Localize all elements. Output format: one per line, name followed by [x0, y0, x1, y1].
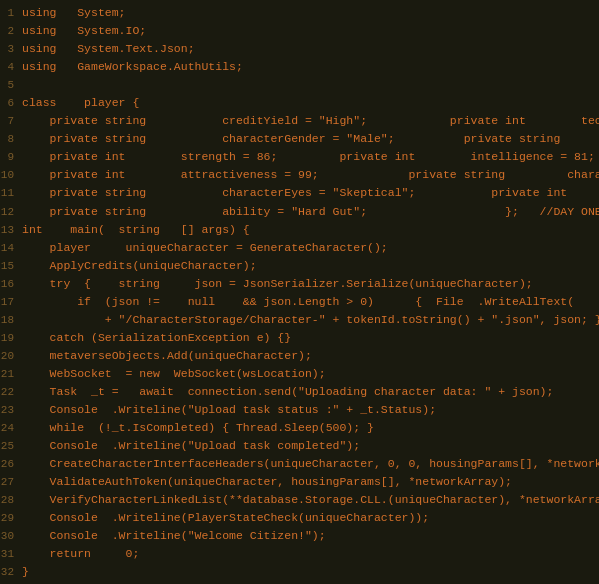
line-content: return 0; [22, 545, 599, 563]
line-content: WebSocket = new WebSocket(wsLocation); [22, 365, 599, 383]
code-line: 12 private string ability = "Hard Gut"; … [0, 203, 599, 221]
line-content: private int strength = 86; private int i… [22, 148, 599, 166]
code-line: 11 private string characterEyes = "Skept… [0, 184, 599, 202]
code-line: 10 private int attractiveness = 99; priv… [0, 166, 599, 184]
code-line: 31 return 0; [0, 545, 599, 563]
line-content: int main( string [] args) { [22, 221, 599, 239]
line-content: VerifyCharacterLinkedList(**database.Sto… [22, 491, 599, 509]
line-content: private string characterEyes = "Skeptica… [22, 184, 599, 202]
code-line: 4using GameWorkspace.AuthUtils; [0, 58, 599, 76]
line-number: 21 [0, 365, 22, 383]
line-content: Console .Writeline("Upload task status :… [22, 401, 599, 419]
line-number: 18 [0, 311, 22, 329]
line-content: private string creditYield = "High"; pri… [22, 112, 599, 130]
line-number: 14 [0, 239, 22, 257]
code-line: 25 Console .Writeline("Upload task compl… [0, 437, 599, 455]
line-content: Console .Writeline("Upload task complete… [22, 437, 599, 455]
line-number: 27 [0, 473, 22, 491]
code-line: 6class player { [0, 94, 599, 112]
line-number: 7 [0, 112, 22, 130]
line-content: try { string json = JsonSerializer.Seria… [22, 275, 599, 293]
line-number: 5 [0, 76, 22, 94]
code-line: 9 private int strength = 86; private int… [0, 148, 599, 166]
code-line: 26 CreateCharacterInterfaceHeaders(uniqu… [0, 455, 599, 473]
code-line: 22 Task _t = await connection.send("Uplo… [0, 383, 599, 401]
code-line: 1using System; [0, 4, 599, 22]
line-content: Console .Writeline("Welcome Citizen!"); [22, 527, 599, 545]
code-line: 19 catch (SerializationException e) {} [0, 329, 599, 347]
line-number: 17 [0, 293, 22, 311]
line-content: CreateCharacterInterfaceHeaders(uniqueCh… [22, 455, 599, 473]
line-content: class player { [22, 94, 599, 112]
line-number: 3 [0, 40, 22, 58]
line-number: 4 [0, 58, 22, 76]
code-line: 30 Console .Writeline("Welcome Citizen!"… [0, 527, 599, 545]
line-number: 2 [0, 22, 22, 40]
line-number: 12 [0, 203, 22, 221]
line-number: 30 [0, 527, 22, 545]
code-line: 7 private string creditYield = "High"; p… [0, 112, 599, 130]
code-line: 20 metaverseObjects.Add(uniqueCharacter)… [0, 347, 599, 365]
line-number: 8 [0, 130, 22, 148]
line-number: 10 [0, 166, 22, 184]
line-number: 25 [0, 437, 22, 455]
code-editor: 1using System;2using System.IO;3using Sy… [0, 0, 599, 584]
line-content: + "/CharacterStorage/Character-" + token… [22, 311, 599, 329]
code-line: 13int main( string [] args) { [0, 221, 599, 239]
line-content: private string ability = "Hard Gut"; }; … [22, 203, 599, 221]
code-line: 27 ValidateAuthToken(uniqueCharacter, ho… [0, 473, 599, 491]
line-number: 1 [0, 4, 22, 22]
line-content: catch (SerializationException e) {} [22, 329, 599, 347]
line-content: player uniqueCharacter = GenerateCharact… [22, 239, 599, 257]
line-number: 19 [0, 329, 22, 347]
line-content: Task _t = await connection.send("Uploadi… [22, 383, 599, 401]
line-number: 24 [0, 419, 22, 437]
code-line: 3using System.Text.Json; [0, 40, 599, 58]
line-number: 6 [0, 94, 22, 112]
line-content: ValidateAuthToken(uniqueCharacter, housi… [22, 473, 599, 491]
line-content: } [22, 563, 599, 581]
line-content: while (!_t.IsCompleted) { Thread.Sleep(5… [22, 419, 599, 437]
code-line: 23 Console .Writeline("Upload task statu… [0, 401, 599, 419]
line-content: using GameWorkspace.AuthUtils; [22, 58, 599, 76]
code-line: 15 ApplyCredits(uniqueCharacter); [0, 257, 599, 275]
code-line: 16 try { string json = JsonSerializer.Se… [0, 275, 599, 293]
line-number: 13 [0, 221, 22, 239]
code-line: 17 if (json != null && json.Length > 0) … [0, 293, 599, 311]
line-number: 22 [0, 383, 22, 401]
line-content: using System.IO; [22, 22, 599, 40]
code-line: 21 WebSocket = new WebSocket(wsLocation)… [0, 365, 599, 383]
line-number: 31 [0, 545, 22, 563]
line-content: private string characterGender = "Male";… [22, 130, 599, 148]
line-content: private int attractiveness = 99; private… [22, 166, 599, 184]
line-number: 29 [0, 509, 22, 527]
line-content: ApplyCredits(uniqueCharacter); [22, 257, 599, 275]
line-number: 9 [0, 148, 22, 166]
code-line: 18 + "/CharacterStorage/Character-" + to… [0, 311, 599, 329]
line-number: 26 [0, 455, 22, 473]
code-line: 14 player uniqueCharacter = GenerateChar… [0, 239, 599, 257]
code-line: 24 while (!_t.IsCompleted) { Thread.Slee… [0, 419, 599, 437]
line-content: using System; [22, 4, 599, 22]
code-line: 28 VerifyCharacterLinkedList(**database.… [0, 491, 599, 509]
line-number: 11 [0, 184, 22, 202]
line-content: if (json != null && json.Length > 0) { F… [22, 293, 599, 311]
code-line: 2using System.IO; [0, 22, 599, 40]
line-number: 28 [0, 491, 22, 509]
line-number: 20 [0, 347, 22, 365]
line-content: Console .Writeline(PlayerStateCheck(uniq… [22, 509, 599, 527]
line-content: using System.Text.Json; [22, 40, 599, 58]
code-line: 8 private string characterGender = "Male… [0, 130, 599, 148]
code-line: 29 Console .Writeline(PlayerStateCheck(u… [0, 509, 599, 527]
line-number: 15 [0, 257, 22, 275]
line-number: 32 [0, 563, 22, 581]
code-line: 5 [0, 76, 599, 94]
line-number: 23 [0, 401, 22, 419]
line-number: 16 [0, 275, 22, 293]
code-line: 32} [0, 563, 599, 581]
line-content: metaverseObjects.Add(uniqueCharacter); [22, 347, 599, 365]
